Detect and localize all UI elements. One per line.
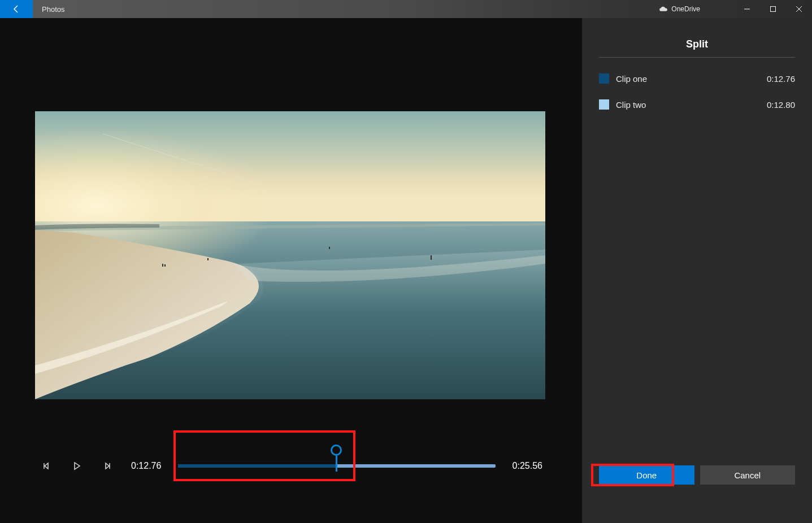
total-time: 0:25.56 bbox=[513, 461, 542, 471]
maximize-icon bbox=[770, 6, 776, 12]
svg-rect-7 bbox=[162, 264, 163, 267]
titlebar: Photos OneDrive bbox=[0, 0, 812, 18]
video-frame-image bbox=[35, 111, 545, 399]
clip-list: Clip one 0:12.76 Clip two 0:12.80 bbox=[599, 73, 795, 110]
side-panel: Split Clip one 0:12.76 Clip two 0:12.80 … bbox=[582, 18, 812, 523]
step-forward-icon bbox=[103, 461, 112, 470]
play-icon bbox=[72, 461, 81, 470]
playhead-handle-icon bbox=[331, 444, 342, 456]
cancel-button[interactable]: Cancel bbox=[700, 465, 796, 485]
close-button[interactable] bbox=[786, 0, 812, 18]
svg-rect-1 bbox=[771, 7, 776, 12]
playhead-stem bbox=[336, 456, 337, 472]
video-preview[interactable] bbox=[35, 111, 545, 399]
playback-controls: 0:12.76 0:25.56 bbox=[40, 455, 542, 477]
svg-rect-10 bbox=[329, 247, 330, 249]
clip-duration: 0:12.76 bbox=[767, 74, 795, 84]
frame-forward-button[interactable] bbox=[101, 459, 114, 473]
svg-rect-9 bbox=[207, 258, 209, 260]
done-button[interactable]: Done bbox=[599, 465, 694, 485]
onedrive-label: OneDrive bbox=[671, 5, 700, 13]
cloud-icon bbox=[659, 6, 668, 12]
playhead[interactable] bbox=[331, 444, 342, 472]
clip-row-two[interactable]: Clip two 0:12.80 bbox=[599, 99, 795, 110]
svg-rect-11 bbox=[431, 255, 432, 260]
clip-name: Clip one bbox=[616, 74, 647, 84]
frame-back-button[interactable] bbox=[40, 459, 53, 473]
close-icon bbox=[796, 6, 802, 12]
current-time: 0:12.76 bbox=[131, 461, 161, 471]
play-button[interactable] bbox=[70, 459, 84, 473]
step-back-icon bbox=[42, 461, 51, 470]
clip-row-one[interactable]: Clip one 0:12.76 bbox=[599, 73, 795, 84]
arrow-left-icon bbox=[12, 5, 21, 14]
timeline-slider[interactable] bbox=[178, 455, 495, 477]
timeline-fill bbox=[178, 464, 336, 468]
onedrive-indicator[interactable]: OneDrive bbox=[659, 5, 700, 13]
clip-swatch-icon bbox=[599, 99, 609, 110]
clip-duration: 0:12.80 bbox=[767, 100, 795, 110]
svg-rect-8 bbox=[164, 264, 166, 267]
clip-swatch-icon bbox=[599, 73, 609, 84]
panel-title: Split bbox=[599, 28, 795, 58]
maximize-button[interactable] bbox=[760, 0, 786, 18]
clip-name: Clip two bbox=[616, 100, 646, 110]
video-pane: 0:12.76 0:25.56 bbox=[0, 18, 582, 523]
back-button[interactable] bbox=[0, 0, 33, 18]
app-title: Photos bbox=[42, 5, 64, 14]
minimize-icon bbox=[744, 6, 750, 12]
minimize-button[interactable] bbox=[734, 0, 760, 18]
